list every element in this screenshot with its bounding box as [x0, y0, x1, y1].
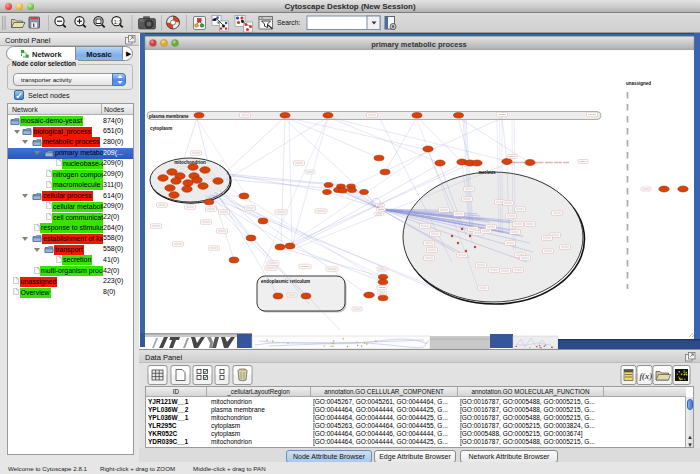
- svg-text:plasma membrane: plasma membrane: [149, 114, 189, 119]
- svg-text:Search:: Search:: [277, 19, 301, 26]
- svg-text:f(x): f(x): [640, 371, 653, 381]
- svg-text:cytoplasm: cytoplasm: [150, 126, 172, 131]
- svg-text:unassigned: unassigned: [626, 81, 651, 86]
- svg-text:primary metabolic process: primary metabolic process: [371, 40, 466, 49]
- svg-text:1:1: 1:1: [114, 19, 122, 25]
